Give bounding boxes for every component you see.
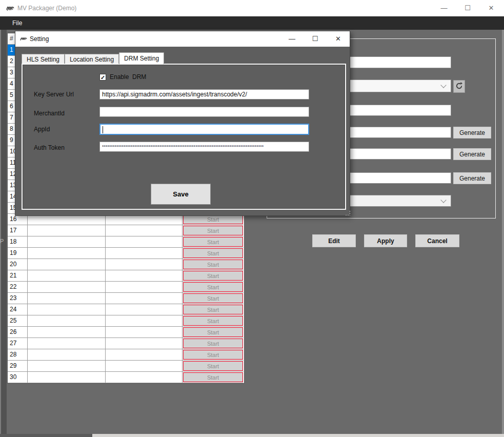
- table-cell[interactable]: [106, 361, 183, 372]
- cancel-button[interactable]: Cancel: [415, 234, 459, 247]
- row-number-cell[interactable]: 20: [8, 259, 28, 270]
- start-button[interactable]: Start: [183, 316, 243, 326]
- table-cell[interactable]: [28, 327, 106, 338]
- table-cell-start: Start: [183, 293, 244, 304]
- generate-button-1[interactable]: Generate: [453, 127, 491, 138]
- generate-button-3[interactable]: Generate: [453, 172, 491, 184]
- bottom-edge-dark: [0, 434, 92, 437]
- auth-token-input[interactable]: ****************************************…: [99, 142, 309, 152]
- app-id-label: AppId: [34, 126, 50, 133]
- table-row: 24Start: [8, 304, 244, 315]
- row-number-cell[interactable]: 30: [8, 372, 28, 383]
- table-cell-start: Start: [183, 282, 244, 293]
- start-button[interactable]: Start: [183, 282, 243, 292]
- start-button[interactable]: Start: [183, 226, 243, 235]
- dialog-titlebar: Setting — ☐ ✕: [15, 31, 350, 47]
- resize-grip-icon[interactable]: [346, 211, 350, 215]
- start-button[interactable]: Start: [183, 372, 243, 382]
- refresh-button[interactable]: [453, 80, 465, 93]
- row-number-cell[interactable]: 28: [8, 349, 28, 361]
- dialog-minimize-button[interactable]: —: [280, 31, 304, 47]
- table-cell[interactable]: [106, 270, 183, 282]
- row-number-cell[interactable]: 21: [8, 270, 28, 282]
- start-button[interactable]: Start: [183, 260, 243, 269]
- merchant-id-label: MerchantId: [34, 110, 65, 117]
- table-cell[interactable]: [106, 293, 183, 304]
- table-cell[interactable]: [106, 259, 183, 270]
- start-button[interactable]: Start: [183, 361, 243, 371]
- table-cell[interactable]: [106, 349, 183, 361]
- table-cell[interactable]: [106, 315, 183, 327]
- start-button[interactable]: Start: [183, 327, 243, 337]
- table-cell[interactable]: [106, 372, 183, 383]
- text-cursor: [103, 126, 103, 133]
- row-number-cell[interactable]: 25: [8, 315, 28, 327]
- row-number-cell[interactable]: 18: [8, 236, 28, 248]
- row-number-cell[interactable]: 17: [8, 225, 28, 236]
- row-number-cell[interactable]: 23: [8, 293, 28, 304]
- row-number-cell[interactable]: 24: [8, 304, 28, 315]
- table-cell[interactable]: [28, 248, 106, 259]
- close-button[interactable]: ✕: [479, 0, 503, 16]
- table-cell-start: Start: [183, 236, 244, 248]
- key-server-url-input[interactable]: https://api.sigmadrm.com/assets/ingest/t…: [99, 89, 309, 100]
- row-number-cell[interactable]: 22: [8, 282, 28, 293]
- save-button[interactable]: Save: [151, 184, 211, 205]
- table-cell-start: Start: [183, 259, 244, 270]
- enable-drm-checkbox[interactable]: ✓: [99, 74, 106, 81]
- menu-bar: [0, 16, 504, 30]
- table-cell-start: Start: [183, 315, 244, 327]
- table-row: 30Start: [8, 372, 244, 383]
- row-number-cell[interactable]: 19: [8, 248, 28, 259]
- row-number-cell[interactable]: 26: [8, 327, 28, 338]
- start-button[interactable]: Start: [183, 271, 243, 281]
- table-cell[interactable]: [28, 293, 106, 304]
- table-cell[interactable]: [106, 225, 183, 236]
- dialog-tabstrip: HLS SettingLocation SettingDRM Setting: [22, 52, 164, 64]
- table-cell[interactable]: [106, 282, 183, 293]
- start-button[interactable]: Start: [183, 350, 243, 360]
- table-cell[interactable]: [28, 349, 106, 361]
- table-cell[interactable]: [28, 225, 106, 236]
- table-cell[interactable]: [28, 361, 106, 372]
- table-cell[interactable]: [28, 372, 106, 383]
- menu-item-file[interactable]: File: [8, 16, 26, 30]
- table-cell[interactable]: [28, 338, 106, 349]
- table-row: 22Start: [8, 282, 244, 293]
- table-cell[interactable]: [106, 236, 183, 248]
- row-number-cell[interactable]: 27: [8, 338, 28, 349]
- dialog-maximize-button[interactable]: ☐: [304, 31, 327, 47]
- table-cell-start: Start: [183, 349, 244, 361]
- start-button[interactable]: Start: [183, 339, 243, 348]
- table-cell-start: Start: [183, 248, 244, 259]
- table-cell[interactable]: [106, 248, 183, 259]
- table-cell-start: Start: [183, 372, 244, 383]
- table-cell[interactable]: [28, 282, 106, 293]
- tab-location-setting[interactable]: Location Setting: [65, 54, 119, 64]
- table-cell[interactable]: [28, 315, 106, 327]
- row-number-cell[interactable]: 29: [8, 361, 28, 372]
- table-cell[interactable]: [106, 327, 183, 338]
- minimize-button[interactable]: —: [432, 0, 456, 16]
- start-button[interactable]: Start: [183, 237, 243, 247]
- app-id-input[interactable]: [99, 124, 309, 135]
- tab-drm-setting[interactable]: DRM Setting: [119, 52, 164, 64]
- merchant-id-input[interactable]: [99, 107, 309, 117]
- table-cell[interactable]: [106, 304, 183, 315]
- start-button[interactable]: Start: [183, 293, 243, 303]
- edit-button[interactable]: Edit: [312, 234, 356, 247]
- main-titlebar: MV Packager (Demo): [0, 0, 504, 16]
- table-cell[interactable]: [28, 270, 106, 282]
- apply-button[interactable]: Apply: [364, 234, 407, 247]
- start-button[interactable]: Start: [183, 248, 243, 258]
- start-button[interactable]: Start: [183, 305, 243, 314]
- dialog-close-button[interactable]: ✕: [327, 31, 350, 47]
- tab-hls-setting[interactable]: HLS Setting: [22, 54, 65, 64]
- generate-button-2[interactable]: Generate: [453, 148, 491, 160]
- maximize-button[interactable]: ☐: [456, 0, 479, 16]
- table-cell[interactable]: [28, 304, 106, 315]
- table-cell[interactable]: [28, 259, 106, 270]
- table-cell[interactable]: [28, 236, 106, 248]
- table-cell[interactable]: [106, 338, 183, 349]
- key-server-url-label: Key Server Url: [34, 91, 74, 98]
